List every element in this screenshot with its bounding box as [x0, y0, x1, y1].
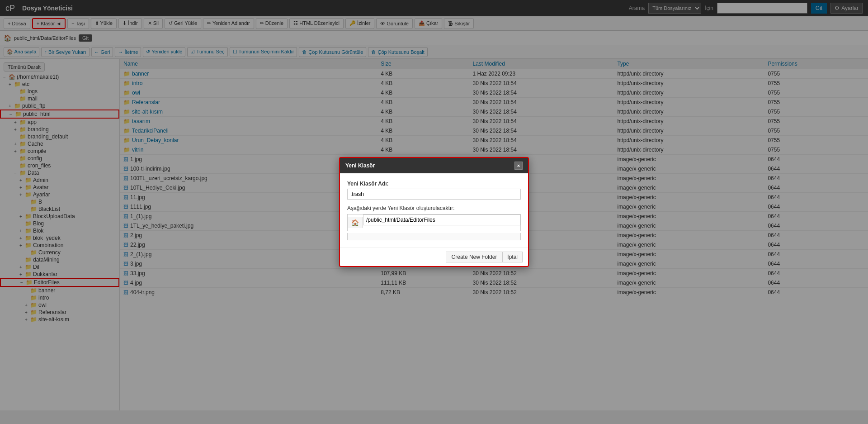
modal-header: Yeni Klasör × — [340, 158, 528, 173]
folder-name-label: Yeni Klasör Adı: — [347, 181, 521, 187]
location-home-icon: 🏠 — [348, 217, 363, 228]
modal-title: Yeni Klasör — [345, 162, 375, 169]
modal-close-button[interactable]: × — [514, 162, 523, 170]
new-folder-modal: Yeni Klasör × Yeni Klasör Adı: Aşağıdaki… — [339, 157, 529, 267]
folder-name-input[interactable] — [347, 189, 521, 200]
create-folder-button[interactable]: Create New Folder — [446, 252, 503, 262]
location-input-row: 🏠 — [347, 214, 521, 231]
location-label: Aşağıdaki yerde Yeni Klasör oluşturulaca… — [347, 205, 521, 211]
location-input[interactable] — [363, 214, 520, 225]
modal-overlay: Yeni Klasör × Yeni Klasör Adı: Aşağıdaki… — [0, 0, 868, 410]
modal-body: Yeni Klasör Adı: Aşağıdaki yerde Yeni Kl… — [340, 173, 528, 248]
location-scrollbar — [347, 233, 521, 240]
modal-footer: Create New Folder İptal — [340, 248, 528, 266]
cancel-button[interactable]: İptal — [503, 252, 523, 262]
